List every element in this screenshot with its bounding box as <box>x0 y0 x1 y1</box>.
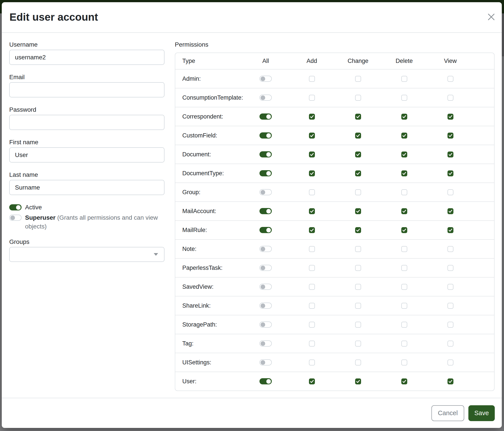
permission-add-checkbox[interactable] <box>309 265 315 271</box>
permission-view-checkbox[interactable] <box>448 265 453 271</box>
email-input[interactable] <box>9 82 164 98</box>
permission-all-toggle[interactable] <box>260 246 272 252</box>
permission-all-toggle[interactable] <box>260 284 272 290</box>
permission-view-checkbox[interactable] <box>448 227 453 233</box>
permission-all-toggle[interactable] <box>260 322 272 328</box>
permission-add-checkbox[interactable] <box>309 189 315 195</box>
permission-change-checkbox[interactable] <box>355 95 361 101</box>
permission-add-checkbox[interactable] <box>309 227 315 233</box>
permission-all-toggle[interactable] <box>260 132 272 139</box>
permission-change-checkbox[interactable] <box>355 189 361 195</box>
permission-all-toggle[interactable] <box>260 265 272 271</box>
permission-change-checkbox[interactable] <box>355 133 361 139</box>
last-name-input[interactable] <box>9 180 164 195</box>
permission-all-toggle[interactable] <box>260 170 272 176</box>
permission-change-checkbox[interactable] <box>355 171 361 176</box>
first-name-input[interactable] <box>9 147 164 162</box>
cancel-button[interactable]: Cancel <box>432 405 464 421</box>
permission-view-checkbox[interactable] <box>448 359 453 366</box>
password-input[interactable] <box>9 115 164 130</box>
permission-all-toggle[interactable] <box>260 151 272 157</box>
permission-view-checkbox[interactable] <box>448 341 453 347</box>
permission-view-checkbox[interactable] <box>448 284 453 290</box>
permission-view-checkbox[interactable] <box>448 189 453 195</box>
permission-all-toggle[interactable] <box>260 227 272 233</box>
permission-delete-checkbox[interactable] <box>401 246 407 252</box>
permission-change-checkbox[interactable] <box>355 76 361 82</box>
permission-delete-checkbox[interactable] <box>401 171 407 176</box>
permission-change-checkbox[interactable] <box>355 378 361 384</box>
permission-all-toggle[interactable] <box>260 95 272 101</box>
permission-all-toggle[interactable] <box>260 208 272 214</box>
permission-delete-checkbox[interactable] <box>401 284 407 290</box>
permission-add-checkbox[interactable] <box>309 208 315 214</box>
permission-change-checkbox[interactable] <box>355 322 361 328</box>
permission-add-checkbox[interactable] <box>309 359 315 366</box>
active-toggle[interactable] <box>9 204 22 210</box>
permission-add-checkbox[interactable] <box>309 95 315 101</box>
permission-add-checkbox[interactable] <box>309 246 315 252</box>
permission-delete-checkbox[interactable] <box>401 133 407 139</box>
permission-view-checkbox[interactable] <box>448 114 453 120</box>
close-button[interactable] <box>487 13 495 21</box>
permission-view-checkbox[interactable] <box>448 378 453 384</box>
superuser-toggle[interactable] <box>9 215 22 221</box>
permission-delete-checkbox[interactable] <box>401 359 407 366</box>
permission-change-checkbox[interactable] <box>355 227 361 233</box>
permission-all-toggle[interactable] <box>260 114 272 120</box>
permission-add-checkbox[interactable] <box>309 114 315 120</box>
permission-view-checkbox[interactable] <box>448 171 453 176</box>
permission-change-checkbox[interactable] <box>355 265 361 271</box>
permission-add-checkbox[interactable] <box>309 322 315 328</box>
permission-view-checkbox[interactable] <box>448 152 453 157</box>
username-input[interactable] <box>9 50 164 65</box>
permission-all-toggle[interactable] <box>260 378 272 384</box>
permission-change-checkbox[interactable] <box>355 359 361 366</box>
page-scrollbar[interactable] <box>502 13 504 431</box>
permission-add-checkbox[interactable] <box>309 341 315 347</box>
permission-view-checkbox[interactable] <box>448 133 453 139</box>
permission-add-checkbox[interactable] <box>309 133 315 139</box>
save-button[interactable]: Save <box>468 405 495 421</box>
permission-delete-checkbox[interactable] <box>401 227 407 233</box>
permission-delete-checkbox[interactable] <box>401 152 407 157</box>
permission-delete-checkbox[interactable] <box>401 341 407 347</box>
permission-change-checkbox[interactable] <box>355 303 361 309</box>
permission-view-checkbox[interactable] <box>448 303 453 309</box>
groups-select[interactable] <box>9 247 164 262</box>
permission-add-checkbox[interactable] <box>309 303 315 309</box>
permission-delete-checkbox[interactable] <box>401 265 407 271</box>
check-icon <box>310 379 314 384</box>
permission-delete-checkbox[interactable] <box>401 76 407 82</box>
permission-add-checkbox[interactable] <box>309 284 315 290</box>
permission-delete-checkbox[interactable] <box>401 303 407 309</box>
permission-all-toggle[interactable] <box>260 303 272 309</box>
column-header-delete: Delete <box>381 58 427 64</box>
permission-add-checkbox[interactable] <box>309 76 315 82</box>
page-scrollbar-thumb[interactable] <box>502 13 504 56</box>
permission-all-toggle[interactable] <box>260 359 272 366</box>
permission-change-checkbox[interactable] <box>355 284 361 290</box>
permission-view-checkbox[interactable] <box>448 76 453 82</box>
permission-change-checkbox[interactable] <box>355 114 361 120</box>
permission-view-checkbox[interactable] <box>448 246 453 252</box>
permission-delete-checkbox[interactable] <box>401 208 407 214</box>
permission-delete-checkbox[interactable] <box>401 189 407 195</box>
permission-change-checkbox[interactable] <box>355 341 361 347</box>
permission-all-toggle[interactable] <box>260 189 272 195</box>
permission-view-checkbox[interactable] <box>448 208 453 214</box>
permission-view-checkbox[interactable] <box>448 322 453 328</box>
permission-delete-checkbox[interactable] <box>401 95 407 101</box>
permission-change-checkbox[interactable] <box>355 208 361 214</box>
permission-add-checkbox[interactable] <box>309 152 315 157</box>
permission-change-checkbox[interactable] <box>355 246 361 252</box>
permission-delete-checkbox[interactable] <box>401 114 407 120</box>
permission-all-toggle[interactable] <box>260 341 272 347</box>
permission-add-checkbox[interactable] <box>309 171 315 176</box>
permission-delete-checkbox[interactable] <box>401 322 407 328</box>
permission-change-checkbox[interactable] <box>355 152 361 157</box>
permission-delete-checkbox[interactable] <box>401 378 407 384</box>
permission-view-checkbox[interactable] <box>448 95 453 101</box>
permission-all-toggle[interactable] <box>260 76 272 82</box>
permission-add-checkbox[interactable] <box>309 378 315 384</box>
